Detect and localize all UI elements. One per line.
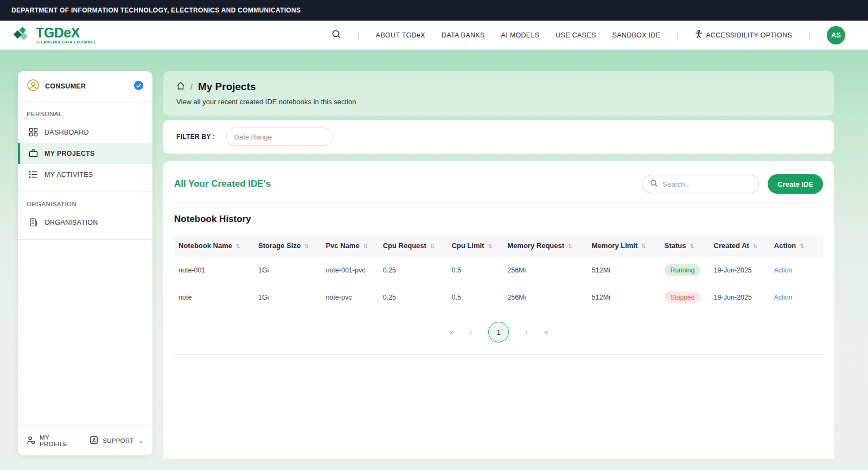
pagination-first-button[interactable]: «: [449, 328, 454, 336]
sort-icon[interactable]: ⇅: [753, 243, 757, 249]
my-profile-button[interactable]: MY PROFILE: [27, 434, 75, 447]
cell-cpu-request: 0.25: [379, 257, 448, 284]
pagination-last-button[interactable]: »: [544, 328, 548, 336]
column-header-action[interactable]: Action⇅: [770, 234, 823, 257]
sidebar-item-label: ORGANISATION: [44, 219, 98, 226]
consumer-role-row[interactable]: CONSUMER: [18, 71, 152, 102]
sidebar: CONSUMER PERSONAL DASHBOARD: [18, 71, 152, 455]
pagination-prev-button[interactable]: ‹: [469, 328, 472, 336]
sort-icon[interactable]: ⇅: [641, 243, 646, 249]
accessibility-options-button[interactable]: ACCESSIBILITY OPTIONS: [695, 30, 792, 40]
search-icon: [650, 179, 658, 189]
accessibility-label: ACCESSIBILITY OPTIONS: [706, 31, 792, 39]
create-ide-button[interactable]: Create IDE: [768, 174, 823, 194]
sidebar-item-label: MY PROJECTS: [44, 150, 95, 157]
nav-separator: |: [358, 30, 360, 40]
nav-item-about-tgdex[interactable]: ABOUT TGDeX: [376, 31, 425, 39]
cell-memory-request: 256Mi: [503, 257, 587, 284]
user-avatar[interactable]: AS: [827, 26, 845, 45]
page-header-panel: / My Projects View all your recent creat…: [163, 71, 834, 116]
column-header-cpu-limit[interactable]: Cpu Limit⇅: [447, 234, 503, 257]
pagination-next-button[interactable]: ›: [525, 328, 528, 336]
table-header-row: Notebook Name⇅ Storage Size⇅ Pvc Name⇅ C…: [174, 234, 823, 257]
bottom-divider: [174, 354, 823, 355]
briefcase-icon: [29, 149, 38, 158]
column-header-memory-request[interactable]: Memory Request⇅: [503, 234, 587, 257]
date-range-input[interactable]: [226, 128, 333, 146]
cell-cpu-limit: 0.5: [447, 257, 503, 284]
personal-section-title: PERSONAL: [18, 102, 152, 122]
pagination-current-page[interactable]: 1: [488, 322, 509, 342]
profile-person-icon: [27, 436, 35, 446]
sidebar-footer: MY PROFILE SUPPORT ⌄: [18, 425, 152, 455]
action-link[interactable]: Action: [774, 294, 792, 301]
cell-created-at: 19-Jun-2025: [710, 284, 770, 311]
sort-icon[interactable]: ⇅: [304, 243, 309, 249]
tgdex-logo[interactable]: TGDeX TELANGANA DATA EXCHANGE: [13, 26, 97, 45]
filter-by-label: FILTER BY :: [176, 133, 215, 141]
breadcrumb: / My Projects: [176, 81, 821, 93]
table-row: note 1Gi note-pvc 0.25 0.5 256Mi 512Mi S…: [174, 284, 823, 311]
home-icon[interactable]: [176, 81, 185, 92]
department-banner-text: DEPARTMENT OF INFORMATION TECHNOLOGY, EL…: [11, 7, 301, 14]
cell-notebook-name: note: [174, 284, 254, 311]
ide-list-card: All Your Created IDE's Create IDE Notebo…: [163, 161, 834, 459]
action-link[interactable]: Action: [774, 266, 792, 274]
nav-separator: |: [808, 30, 810, 40]
column-header-cpu-request[interactable]: Cpu Request⇅: [379, 234, 448, 257]
breadcrumb-separator: /: [190, 82, 193, 91]
column-header-storage-size[interactable]: Storage Size⇅: [254, 234, 321, 257]
sort-icon[interactable]: ⇅: [568, 243, 572, 249]
column-header-created-at[interactable]: Created At⇅: [710, 234, 770, 257]
sidebar-item-my-projects[interactable]: MY PROJECTS: [18, 143, 152, 164]
sort-icon[interactable]: ⇅: [363, 243, 368, 249]
sidebar-item-my-activities[interactable]: MY ACTIVITES: [18, 164, 152, 185]
status-badge: Stopped: [665, 291, 701, 303]
nav-item-data-banks[interactable]: DATA BANKS: [442, 31, 485, 39]
ide-search-input[interactable]: [662, 180, 758, 188]
nav-item-sandbox-ide[interactable]: SANDBOX IDE: [612, 31, 661, 39]
sidebar-item-organisation[interactable]: ORGANISATION: [18, 212, 152, 233]
sort-icon[interactable]: ⇅: [430, 243, 435, 249]
consumer-role-label: CONSUMER: [45, 82, 86, 90]
nav-item-ai-models[interactable]: AI MODELS: [501, 31, 540, 39]
notebook-history-title: Notebook History: [174, 214, 823, 225]
logo-text: TGDeX: [36, 26, 97, 40]
chevron-down-icon: ⌄: [138, 439, 144, 443]
cell-memory-request: 256Mi: [503, 284, 587, 311]
column-header-status[interactable]: Status⇅: [660, 234, 710, 257]
column-header-pvc-name[interactable]: Pvc Name⇅: [321, 234, 378, 257]
column-header-notebook-name[interactable]: Notebook Name⇅: [174, 234, 254, 257]
cell-notebook-name: note-001: [174, 257, 254, 284]
support-icon: [90, 436, 98, 446]
search-icon: [331, 29, 341, 41]
ide-search-box[interactable]: [642, 175, 759, 193]
page-subtitle: View all your recent created IDE noteboo…: [176, 98, 821, 106]
sidebar-item-dashboard[interactable]: DASHBOARD: [18, 122, 152, 143]
cell-memory-limit: 512Mi: [588, 257, 660, 284]
sort-icon[interactable]: ⇅: [690, 243, 694, 249]
sidebar-item-label: MY ACTIVITES: [44, 171, 93, 179]
sort-icon[interactable]: ⇅: [488, 243, 492, 249]
cell-storage-size: 1Gi: [254, 284, 321, 311]
cell-storage-size: 1Gi: [254, 257, 321, 284]
sort-icon[interactable]: ⇅: [236, 243, 240, 249]
column-header-memory-limit[interactable]: Memory Limit⇅: [588, 234, 660, 257]
table-row: note-001 1Gi note-001-pvc 0.25 0.5 256Mi…: [174, 257, 823, 284]
main-content: / My Projects View all your recent creat…: [163, 71, 834, 459]
logo-tagline: TELANGANA DATA EXCHANGE: [36, 41, 97, 45]
cell-pvc-name: note-pvc: [321, 284, 378, 311]
main-header: TGDeX TELANGANA DATA EXCHANGE | ABOUT TG…: [0, 21, 868, 49]
nav-item-use-cases[interactable]: USE CASES: [556, 31, 596, 39]
sidebar-divider: [18, 239, 152, 240]
department-banner: DEPARTMENT OF INFORMATION TECHNOLOGY, EL…: [0, 0, 868, 21]
support-button[interactable]: SUPPORT ⌄: [90, 436, 144, 446]
building-icon: [29, 218, 38, 227]
page-title: My Projects: [198, 81, 256, 93]
pagination: « ‹ 1 › »: [174, 322, 823, 342]
notebook-table: Notebook Name⇅ Storage Size⇅ Pvc Name⇅ C…: [174, 234, 823, 311]
cell-memory-limit: 512Mi: [588, 284, 660, 311]
sort-icon[interactable]: ⇅: [800, 243, 804, 249]
ide-section-title: All Your Created IDE's: [174, 179, 271, 189]
search-button[interactable]: [331, 29, 341, 41]
